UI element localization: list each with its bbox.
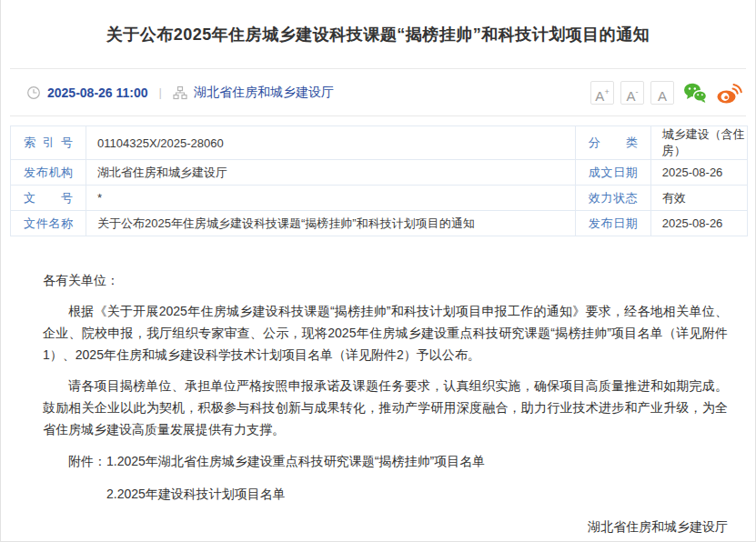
attachment-item-1: 附件：1.2025年湖北省住房城乡建设重点科技研究课题“揭榜挂帅”项目名单 [43, 450, 728, 472]
issuing-agency-value: 湖北省住房和城乡建设厅 [86, 160, 576, 186]
wechat-share-icon[interactable] [683, 82, 708, 104]
validity-status-label: 效力状态 [575, 186, 650, 211]
document-body: 各有关单位： 根据《关于开展2025年住房城乡建设科技课题“揭榜挂帅”和科技计划… [1, 236, 755, 542]
weibo-share-icon[interactable] [717, 82, 742, 104]
table-row: 索引号 01104325X/2025-28060 分类 城乡建设（含住房） [11, 126, 748, 160]
written-date-label: 成文日期 [575, 160, 650, 186]
font-reset-button[interactable]: A [650, 81, 674, 105]
font-decrease-button[interactable]: A- [620, 81, 644, 105]
sitemap-icon [173, 85, 187, 100]
validity-status-value: 有效 [650, 186, 747, 211]
document-info-table: 索引号 01104325X/2025-28060 分类 城乡建设（含住房） 发布… [10, 125, 748, 236]
meta-right: A+ A- A [584, 81, 742, 105]
issuing-agency-label: 发布机构 [11, 160, 86, 186]
font-increase-button[interactable]: A+ [590, 81, 614, 105]
category-value: 城乡建设（含住房） [650, 126, 747, 160]
doc-number-label: 文号 [11, 186, 86, 211]
doc-title-label: 文件名称 [11, 211, 86, 236]
doc-number-value: * [86, 186, 576, 211]
body-paragraph-2: 请各项目揭榜单位、承担单位严格按照申报承诺及课题任务要求，认真组织实施，确保项目… [43, 375, 728, 440]
meta-divider [10, 115, 746, 116]
clock-icon [26, 85, 41, 100]
source-link[interactable]: 湖北省住房和城乡建设厅 [194, 85, 334, 101]
table-row: 文号 * 效力状态 有效 [11, 186, 748, 211]
written-date-value: 2025-08-26 [650, 160, 747, 186]
category-label: 分类 [575, 126, 650, 160]
meta-left: 2025-08-26 11:00 | 湖北省住房和城乡建设厅 [26, 85, 334, 101]
attachment-item-2: 2.2025年建设科技计划项目名单 [43, 483, 728, 505]
page-title: 关于公布2025年住房城乡建设科技课题“揭榜挂帅”和科技计划项目的通知 [1, 24, 755, 45]
table-row: 发布机构 湖北省住房和城乡建设厅 成文日期 2025-08-26 [11, 160, 748, 186]
meta-bar: 2025-08-26 11:00 | 湖北省住房和城乡建设厅 A+ A- A [1, 69, 755, 115]
body-paragraph-1: 根据《关于开展2025年住房城乡建设科技课题“揭榜挂帅”和科技计划项目申报工作的… [43, 300, 728, 366]
doc-title-value: 关于公布2025年住房城乡建设科技课题“揭榜挂帅”和科技计划项目的通知 [86, 211, 576, 236]
publish-date-value: 2025-08-26 [650, 211, 747, 236]
table-row: 文件名称 关于公布2025年住房城乡建设科技课题“揭榜挂帅”和科技计划项目的通知… [11, 211, 748, 236]
page-header: 关于公布2025年住房城乡建设科技课题“揭榜挂帅”和科技计划项目的通知 [1, 0, 755, 68]
publish-date-label: 发布日期 [575, 211, 650, 236]
signature-agency: 湖北省住房和城乡建设厅 [43, 516, 728, 537]
index-number-label: 索引号 [11, 126, 86, 160]
document-page: 关于公布2025年住房城乡建设科技课题“揭榜挂帅”和科技计划项目的通知 2025… [0, 0, 756, 542]
index-number-value: 01104325X/2025-28060 [86, 126, 576, 160]
salutation: 各有关单位： [43, 269, 728, 291]
meta-separator: | [159, 85, 162, 99]
publish-datetime: 2025-08-26 11:00 [47, 85, 148, 100]
